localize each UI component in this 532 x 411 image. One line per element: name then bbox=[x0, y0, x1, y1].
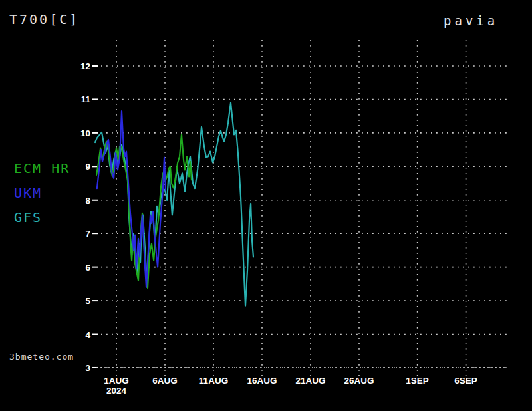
legend-item-ukm: UKM bbox=[14, 186, 70, 200]
x-tick-label: 1SEP bbox=[406, 376, 429, 386]
chart-legend: ECM HR UKM GFS bbox=[14, 161, 70, 235]
meteogram-page: 12111098765431AUG20246AUG11AUG16AUG21AUG… bbox=[0, 0, 532, 411]
watermark-3bmeteo: 3bmeteo.com bbox=[9, 352, 74, 362]
x-tick-sublabel: 2024 bbox=[106, 386, 127, 396]
y-tick-label: 11 bbox=[81, 94, 91, 104]
legend-item-gfs: GFS bbox=[14, 210, 70, 225]
y-tick-label: 3 bbox=[85, 363, 90, 373]
x-tick-label: 6AUG bbox=[152, 376, 178, 386]
y-tick-label: 8 bbox=[85, 196, 90, 206]
temperature-chart: 12111098765431AUG20246AUG11AUG16AUG21AUG… bbox=[0, 0, 532, 411]
x-tick-label: 26AUG bbox=[344, 376, 374, 386]
y-tick-label: 9 bbox=[85, 162, 90, 172]
y-tick-label: 6 bbox=[85, 263, 90, 273]
location-label: pavia bbox=[444, 13, 498, 28]
chart-title: T700[C] bbox=[9, 11, 79, 27]
y-tick-label: 12 bbox=[80, 61, 90, 71]
x-tick-label: 21AUG bbox=[295, 376, 325, 386]
x-tick-label: 16AUG bbox=[247, 376, 277, 386]
x-tick-label: 1AUG bbox=[104, 376, 129, 386]
y-tick-label: 7 bbox=[85, 229, 90, 239]
x-tick-label: 11AUG bbox=[199, 376, 228, 386]
y-tick-label: 5 bbox=[85, 296, 90, 306]
y-tick-label: 10 bbox=[80, 128, 90, 138]
x-tick-label: 6SEP bbox=[454, 376, 477, 386]
y-tick-label: 4 bbox=[85, 330, 90, 340]
legend-item-ecm-hr: ECM HR bbox=[14, 161, 70, 176]
